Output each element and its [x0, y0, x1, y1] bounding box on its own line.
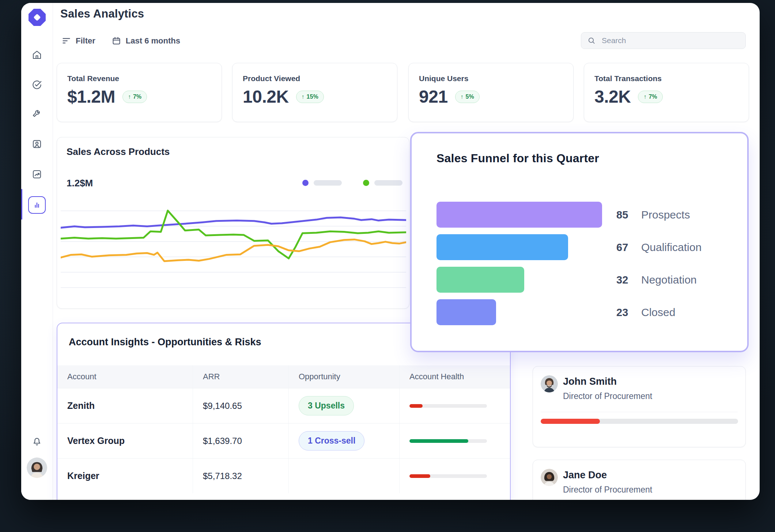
table-header-row: Account ARR Opportunity Account Health [57, 365, 510, 388]
legend-dot-purple [302, 180, 309, 186]
table-row-zenith[interactable]: Zenith $9,140.65 3 Upsells [57, 388, 510, 423]
contact-avatar [541, 375, 558, 392]
desktop-background: Sales Analytics Filter Last 6 months Tot… [0, 0, 775, 532]
kpi-value: 3.2K [594, 88, 631, 106]
date-range-button[interactable]: Last 6 months [111, 36, 180, 46]
contact-progress-fill [541, 419, 600, 424]
chart-title: Sales Across Products [67, 146, 170, 157]
funnel-bar[interactable] [436, 299, 496, 325]
contact-card-john-smith[interactable]: John Smith Director of Procurement [533, 366, 746, 447]
trend-chart-icon [31, 169, 42, 180]
kpi-value: 10.2K [243, 88, 289, 106]
arrow-up-icon: ↑ [643, 94, 646, 100]
kpi-delta-badge: ↑7% [122, 91, 147, 103]
funnel-stage-qualification: 67 Qualification [436, 234, 736, 260]
kpi-card-product-viewed: Product Viewed 10.2K ↑15% [232, 63, 397, 122]
sales-funnel-card: Sales Funnel for this Quarter 85 Prospec… [410, 132, 749, 352]
funnel-bar[interactable] [436, 234, 568, 260]
funnel-value: 67 [616, 241, 628, 253]
funnel-label: Qualification [641, 241, 702, 254]
filter-icon [61, 36, 71, 46]
arrow-up-icon: ↑ [461, 94, 464, 100]
app-window: Sales Analytics Filter Last 6 months Tot… [21, 3, 760, 500]
contact-role: Director of Procurement [563, 391, 652, 401]
funnel-value: 32 [616, 274, 628, 286]
sidebar-item-analytics[interactable] [29, 166, 45, 182]
kpi-card-unique-users: Unique Users 921 ↑5% [408, 63, 574, 122]
funnel-label: Negotiation [641, 274, 697, 286]
health-bar-fill [409, 474, 430, 478]
account-insights-title: Account Insights - Opportunities & Risks [69, 337, 261, 348]
sidebar-item-reports[interactable] [28, 196, 46, 214]
sidebar-item-tasks[interactable] [29, 77, 45, 93]
health-bar [409, 404, 487, 408]
app-logo-icon[interactable] [28, 8, 46, 26]
funnel-value: 23 [616, 306, 628, 318]
opportunity-badge[interactable]: 1 Cross-sell [299, 431, 364, 451]
funnel-title: Sales Funnel for this Quarter [436, 152, 599, 165]
kpi-card-total-transactions: Total Transactions 3.2K ↑7% [584, 63, 749, 122]
funnel-label: Prospects [641, 209, 690, 221]
account-table: Account ARR Opportunity Account Health Z… [57, 365, 510, 493]
contact-card-jane-doe[interactable]: Jane Doe Director of Procurement [533, 460, 746, 500]
page-title: Sales Analytics [60, 7, 144, 20]
legend-placeholder-pill [314, 180, 342, 186]
filter-button[interactable]: Filter [61, 36, 95, 46]
kpi-card-total-revenue: Total Revenue $1.2M ↑7% [57, 63, 222, 122]
sales-across-products-card: Sales Across Products 1.2$M [57, 137, 409, 309]
arrow-up-icon: ↑ [128, 94, 131, 100]
sales-line-chart [61, 208, 406, 298]
sidebar-item-home[interactable] [29, 47, 45, 63]
column-header-arr: ARR [193, 365, 289, 388]
bell-icon [31, 436, 42, 447]
health-bar [409, 439, 487, 443]
bar-chart-icon [31, 200, 42, 210]
table-row-vertex-group[interactable]: Vertex Group $1,639.70 1 Cross-sell [57, 423, 510, 458]
legend-dot-green [363, 180, 369, 186]
toolbar: Filter Last 6 months [61, 36, 180, 46]
sidebar-item-contacts[interactable] [29, 136, 45, 152]
table-row-kreiger[interactable]: Kreiger $5,718.32 [57, 458, 510, 493]
legend-item[interactable] [302, 180, 342, 186]
kpi-label: Total Transactions [594, 74, 738, 83]
contact-progress-bar [541, 419, 738, 424]
funnel-bar[interactable] [436, 267, 524, 293]
funnel-stage-closed: 23 Closed [436, 299, 736, 325]
kpi-value: 921 [419, 88, 448, 106]
funnel-bar[interactable] [436, 202, 602, 228]
search-icon [587, 36, 596, 45]
user-avatar[interactable] [27, 457, 47, 478]
date-range-label: Last 6 months [126, 36, 180, 46]
arrow-up-icon: ↑ [302, 94, 305, 100]
active-nav-indicator [21, 189, 22, 220]
contact-card-icon [31, 138, 42, 149]
funnel-stage-negotiation: 32 Negotiation [436, 267, 736, 293]
column-header-account: Account [57, 365, 193, 388]
notifications-button[interactable] [29, 433, 45, 449]
divider [541, 412, 738, 412]
contact-name: Jane Doe [563, 470, 607, 481]
filter-label: Filter [76, 36, 95, 46]
health-bar-fill [409, 404, 423, 408]
wrench-icon [31, 108, 42, 119]
calendar-icon [111, 36, 121, 46]
sidebar-item-tools[interactable] [29, 105, 45, 121]
kpi-value: $1.2M [67, 88, 115, 106]
funnel-stage-prospects: 85 Prospects [436, 202, 736, 228]
chart-legend [302, 180, 402, 186]
funnel-value: 85 [616, 209, 628, 221]
contact-role: Director of Procurement [563, 485, 652, 495]
legend-item[interactable] [363, 180, 402, 186]
kpi-delta-badge: ↑15% [296, 91, 324, 103]
kpi-label: Product Viewed [243, 74, 387, 83]
home-icon [31, 49, 42, 60]
chart-y-label: 1.2$M [67, 178, 93, 189]
search-box [581, 32, 746, 49]
column-header-account-health: Account Health [400, 365, 510, 388]
kpi-label: Unique Users [419, 74, 563, 83]
contact-avatar [541, 469, 558, 486]
search-input[interactable] [601, 36, 740, 45]
funnel-label: Closed [641, 306, 675, 319]
column-header-opportunity: Opportunity [289, 365, 400, 388]
opportunity-badge[interactable]: 3 Upsells [299, 396, 354, 415]
